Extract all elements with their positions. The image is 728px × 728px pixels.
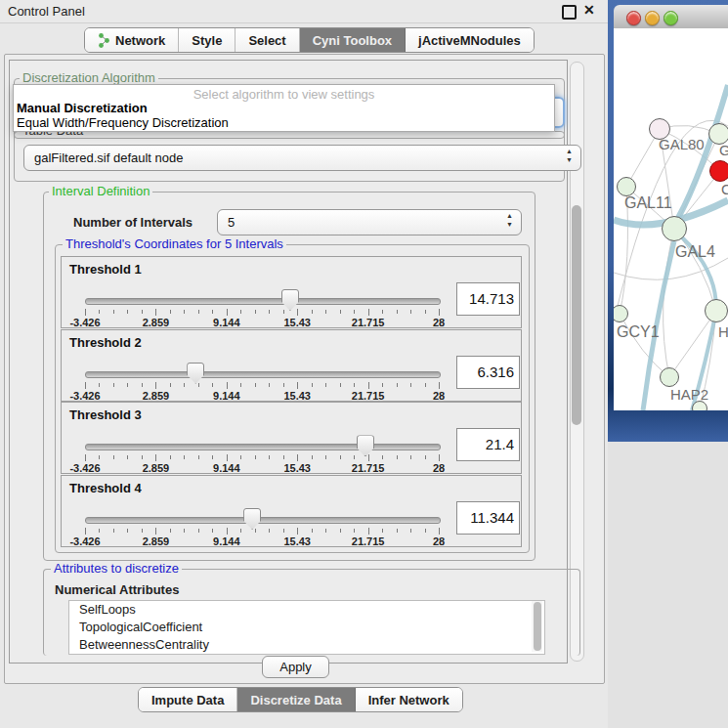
algorithm-dropdown-popup: Select algorithm to view settings Manual… — [13, 84, 555, 132]
threshold-coordinates-title: Threshold's Coordinates for 5 Intervals — [63, 237, 286, 251]
algorithm-hint-text: Select algorithm to view settings — [14, 87, 554, 102]
tick-label: 2.859 — [143, 390, 170, 402]
slider-tick-labels: -3.4262.8599.14415.4321.71528 — [85, 317, 439, 328]
threshold-1-slider-track[interactable] — [85, 298, 441, 305]
tick-label: 28 — [433, 535, 445, 547]
thresholds-stack: Threshold 1-3.4262.8599.14415.4321.71528… — [61, 256, 522, 545]
attribute-item-selfloops[interactable]: SelfLoops — [69, 601, 544, 619]
tab-label: Style — [192, 33, 222, 48]
tick-label: 9.144 — [213, 535, 240, 547]
tab-label: Network — [115, 33, 165, 48]
slider-ticks — [85, 453, 439, 462]
numerical-attributes-list[interactable]: SelfLoopsTopologicalCoefficientBetweenne… — [68, 600, 545, 655]
control-panel-tab-bar: NetworkStyleSelectCyni ToolboxjActiveMNo… — [84, 27, 535, 53]
slider-tick-labels: -3.4262.8599.14415.4321.71528 — [85, 535, 439, 547]
tab-network[interactable]: Network — [85, 28, 179, 52]
threshold-2-value-field[interactable]: 6.316 — [456, 356, 520, 389]
network-node-c[interactable] — [709, 160, 728, 182]
float-window-icon[interactable] — [562, 5, 577, 20]
popup-item-manual-discretization[interactable]: Manual Discretization — [17, 101, 148, 115]
threshold-3-label: Threshold 3 — [69, 407, 142, 422]
interval-definition-title: Interval Definition — [49, 185, 152, 198]
tick-label: 15.43 — [283, 462, 311, 474]
spinner-arrows-icon[interactable]: ▲▼ — [506, 211, 513, 229]
tick-label: 15.43 — [283, 317, 311, 328]
threshold-4-panel: Threshold 4-3.4262.8599.14415.4321.71528… — [61, 475, 522, 547]
control-panel-titlebar: Control Panel ✕ — [0, 0, 608, 23]
threshold-2-panel: Threshold 2-3.4262.8599.14415.4321.71528… — [61, 329, 522, 402]
tick-label: 9.144 — [213, 390, 240, 402]
zoom-traffic-light[interactable] — [664, 11, 678, 25]
tab-label: Discretize Data — [250, 693, 341, 707]
tick-label: 21.715 — [352, 535, 385, 547]
threshold-4-value-field[interactable]: 11.344 — [456, 501, 520, 535]
tab-label: Select — [248, 33, 285, 48]
tick-label: 28 — [433, 462, 445, 474]
close-traffic-light[interactable] — [626, 11, 641, 25]
tick-label: 21.715 — [352, 462, 385, 474]
number-of-intervals-value: 5 — [228, 215, 235, 230]
node-label-c: C — [721, 181, 728, 197]
numerical-attributes-label: Numerical Attributes — [55, 582, 179, 597]
node-label-gal11: GAL11 — [624, 194, 672, 212]
tick-label: 21.715 — [352, 390, 385, 402]
attribute-item-topologicalcoefficient[interactable]: TopologicalCoefficient — [69, 619, 544, 636]
tab-select[interactable]: Select — [236, 28, 299, 52]
tab-discretize-data[interactable]: Discretize Data — [237, 688, 355, 711]
network-node-gal4[interactable] — [662, 216, 687, 241]
threshold-2-slider-track[interactable] — [85, 371, 441, 378]
network-node-hap2[interactable] — [660, 367, 679, 387]
tick-label: 2.859 — [143, 317, 170, 328]
threshold-1-panel: Threshold 1-3.4262.8599.14415.4321.71528… — [61, 256, 522, 328]
slider-ticks — [85, 527, 439, 535]
tab-cyni-toolbox[interactable]: Cyni Toolbox — [300, 28, 406, 52]
table-data-combobox[interactable]: galFiltered.sif default node ▲▼ — [23, 145, 581, 171]
algorithm-group-title: Discretization Algorithm — [20, 71, 158, 85]
minimize-traffic-light[interactable] — [645, 11, 660, 25]
tick-label: 21.715 — [352, 317, 385, 328]
threshold-4-label: Threshold 4 — [69, 481, 142, 495]
number-of-intervals-label: Number of Intervals — [73, 215, 193, 230]
tick-label: -3.426 — [69, 390, 100, 402]
tab-label: Infer Network — [368, 693, 450, 707]
network-node[interactable] — [692, 401, 707, 410]
threshold-4-slider-track[interactable] — [85, 517, 441, 524]
attribute-item-betweennesscentrality[interactable]: BetweennessCentrality — [69, 636, 544, 654]
table-panel: Table Panel ✓ ✓ shared... na YDL19...YDL… — [608, 442, 728, 728]
tab-infer-network[interactable]: Infer Network — [356, 688, 462, 711]
node-label-gal80: GAL80 — [659, 136, 705, 152]
threshold-3-panel: Threshold 3-3.4262.8599.14415.4321.71528… — [61, 402, 522, 474]
panel-title: Control Panel — [8, 4, 85, 19]
tick-label: 9.144 — [213, 462, 240, 474]
threshold-1-label: Threshold 1 — [69, 262, 142, 277]
network-node-gal11[interactable] — [617, 177, 636, 196]
node-label-hap2: HAP2 — [670, 386, 708, 403]
close-icon[interactable]: ✕ — [583, 2, 595, 18]
threshold-3-slider-track[interactable] — [85, 444, 441, 450]
node-label-gcy1: GCY1 — [617, 323, 660, 341]
tick-label: -3.426 — [69, 535, 100, 547]
tab-style[interactable]: Style — [179, 28, 236, 52]
tick-label: 2.859 — [143, 535, 170, 547]
table-data-selected-value: galFiltered.sif default node — [34, 150, 183, 165]
slider-ticks — [85, 381, 439, 390]
threshold-1-value-field[interactable]: 14.713 — [456, 282, 520, 316]
tab-impute-data[interactable]: Impute Data — [139, 688, 237, 711]
combo-arrows-icon[interactable]: ▲▼ — [566, 147, 573, 164]
threshold-3-value-field[interactable]: 21.4 — [456, 428, 520, 461]
threshold-2-label: Threshold 2 — [69, 335, 142, 350]
tab-label: Impute Data — [151, 693, 224, 707]
network-canvas[interactable]: GAL80GACGAL11GAL4GCY1HHAP2 — [614, 28, 728, 410]
tick-label: -3.426 — [69, 317, 100, 328]
popup-item-equal-width-frequency[interactable]: Equal Width/Frequency Discretization — [17, 115, 229, 130]
main-scrollbar-thumb[interactable] — [572, 205, 581, 425]
slider-tick-labels: -3.4262.8599.14415.4321.71528 — [85, 462, 439, 474]
tick-label: 2.859 — [143, 462, 170, 474]
apply-button[interactable]: Apply — [262, 656, 329, 678]
network-node-h[interactable] — [705, 299, 728, 322]
tab-jactivemnodules[interactable]: jActiveMNodules — [406, 28, 534, 52]
node-label-gal4: GAL4 — [675, 243, 715, 261]
attributes-group-title: Attributes to discretize — [51, 562, 182, 576]
attributes-scrollbar-thumb[interactable] — [534, 602, 541, 651]
number-of-intervals-spinner[interactable]: 5 ▲▼ — [217, 209, 522, 236]
